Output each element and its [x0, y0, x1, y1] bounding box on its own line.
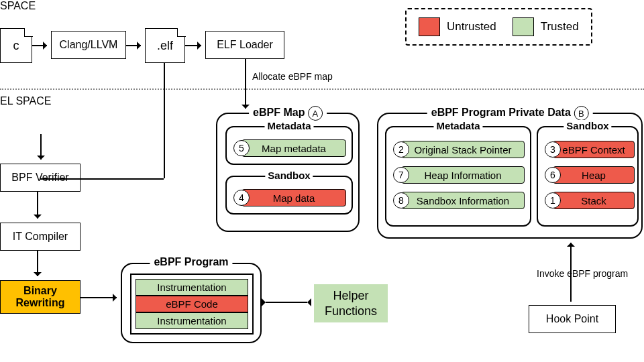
priv-sb-2: 1 Stack: [553, 192, 635, 209]
ebpf-program-title: eBPF Program: [150, 256, 232, 268]
legend-swatch-trusted: [513, 17, 534, 36]
prog-row-0: Instrumentation: [136, 279, 248, 296]
arrow-compiler-to-elf: [126, 45, 141, 46]
arrow-verifier-to-jit: [37, 192, 38, 219]
prog-row-1: eBPF Code: [136, 296, 248, 312]
arrow-rewrite-to-program: [80, 297, 117, 298]
space-divider: [0, 88, 644, 90]
elf-file: .elf: [145, 28, 185, 63]
private-data-title: eBPF Program Private Data B: [427, 106, 593, 121]
priv-sb-1-text: Heap: [553, 170, 634, 181]
user-space-label: SPACE: [0, 0, 36, 12]
priv-meta-2: 8 Sandbox Information: [401, 192, 525, 209]
map-metadata-index: 5: [233, 140, 250, 156]
ebpf-map-sandbox-group: Sandbox 4 Map data: [225, 176, 353, 215]
legend-trusted-label: Trusted: [541, 20, 579, 34]
jit-box: IT Compiler: [0, 223, 80, 251]
priv-meta-0-text: Original Stack Pointer: [402, 144, 524, 156]
ebpf-program-panel: eBPF Program Instrumentation eBPF Code I…: [121, 263, 262, 343]
priv-sb-1: 6 Heap: [553, 166, 635, 184]
priv-meta-0-index: 2: [393, 141, 409, 158]
legend: Untrusted Trusted: [405, 8, 592, 46]
priv-sb-0-index: 3: [545, 141, 561, 158]
map-metadata-text: Map metadata: [242, 143, 345, 154]
priv-sb-1-index: 6: [545, 167, 561, 183]
map-data-text: Map data: [242, 192, 345, 204]
binary-rewriting-box: Binary Rewriting: [0, 280, 80, 314]
arrow-into-verifier: [40, 134, 42, 160]
private-sandbox-label: Sandbox: [564, 120, 611, 131]
arrow-loader-to-map: [245, 59, 246, 109]
ebpf-program-stack: Instrumentation eBPF Code Instrumentatio…: [130, 274, 254, 335]
compiler-box: Clang/LLVM: [51, 31, 126, 59]
hook-point-box: Hook Point: [529, 305, 616, 333]
arrow-elf-down: [164, 63, 165, 178]
ebpf-map-metadata-label: Metadata: [264, 120, 313, 131]
private-metadata-label: Metadata: [433, 120, 482, 131]
helper-functions-box: Helper Functions: [314, 284, 388, 322]
verifier-box: BPF Verifier: [0, 164, 80, 192]
source-file: c: [0, 28, 32, 63]
priv-meta-2-text: Sandbox Information: [402, 195, 524, 206]
priv-meta-1-text: Heap Information: [402, 170, 524, 181]
ebpf-map-panel: eBPF Map A Metadata 5 Map metadata Sandb…: [216, 113, 360, 232]
arrow-elf-across: [40, 178, 164, 180]
map-data-item: 4 Map data: [241, 189, 346, 206]
arrow-jit-to-rewrite: [37, 251, 38, 276]
priv-meta-0: 2 Original Stack Pointer: [401, 141, 525, 158]
priv-sb-2-index: 1: [545, 192, 561, 208]
arrow-src-to-compiler: [32, 45, 47, 46]
private-metadata-group: Metadata 2 Original Stack Pointer 7 Heap…: [385, 126, 531, 227]
private-data-panel: eBPF Program Private Data B Metadata 2 O…: [377, 113, 643, 239]
priv-meta-1-index: 7: [393, 167, 409, 183]
priv-sb-0: 3 eBPF Context: [553, 141, 635, 158]
kernel-space-label: EL SPACE: [0, 95, 51, 107]
map-metadata-item: 5 Map metadata: [241, 139, 346, 157]
invoke-note: Invoke eBPF program: [537, 268, 628, 279]
private-data-badge: B: [574, 106, 588, 121]
ebpf-map-badge: A: [308, 106, 323, 121]
ebpf-map-metadata-group: Metadata 5 Map metadata: [225, 126, 353, 165]
priv-meta-2-index: 8: [393, 192, 409, 208]
map-data-index: 4: [233, 190, 250, 206]
priv-meta-1: 7 Heap Information: [401, 166, 525, 184]
allocate-note: Allocate eBPF map: [252, 71, 333, 82]
arrow-program-helper: [266, 302, 307, 303]
legend-untrusted-label: Untrusted: [447, 20, 496, 34]
priv-sb-2-text: Stack: [553, 195, 634, 206]
elf-loader-box: ELF Loader: [205, 31, 284, 59]
prog-row-2: Instrumentation: [136, 312, 248, 329]
priv-sb-0-text: eBPF Context: [553, 144, 634, 156]
ebpf-map-sandbox-label: Sandbox: [265, 170, 313, 181]
private-sandbox-group: Sandbox 3 eBPF Context 6 Heap 1 Stack: [537, 126, 639, 227]
legend-swatch-untrusted: [419, 17, 440, 36]
arrow-elf-to-loader: [185, 45, 201, 46]
ebpf-map-title: eBPF Map A: [249, 106, 327, 121]
